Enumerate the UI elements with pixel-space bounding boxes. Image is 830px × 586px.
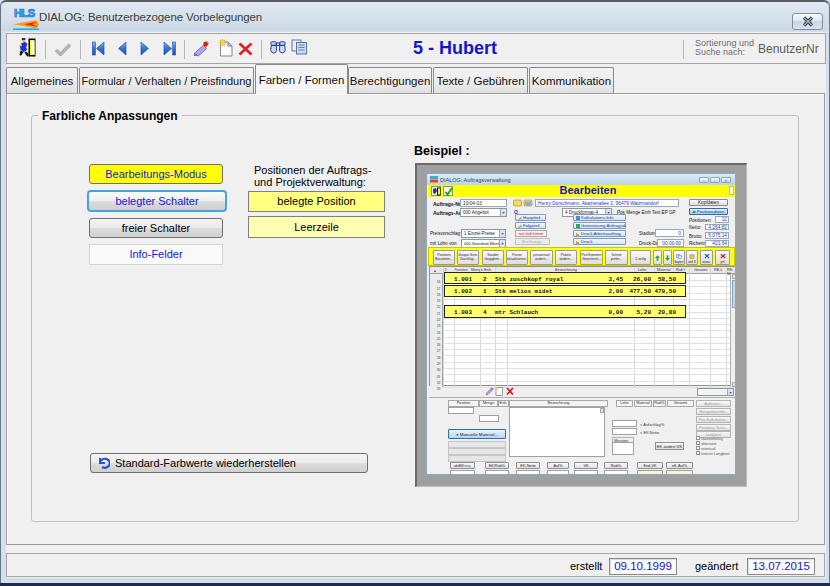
svg-text:HLS: HLS bbox=[14, 7, 35, 19]
